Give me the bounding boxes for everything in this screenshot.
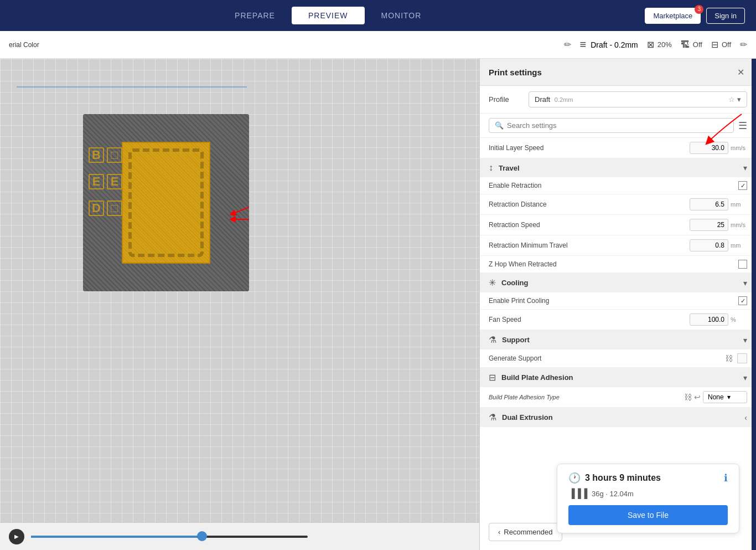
section-header-cooling[interactable]: ✳ Cooling ▾ <box>480 273 756 292</box>
section-header-travel[interactable]: ↕ Travel ▾ <box>480 158 756 177</box>
retraction-speed-unit: mm/s <box>731 222 747 228</box>
retraction-distance-input[interactable] <box>690 198 728 210</box>
adhesion-icon: ⊟ <box>711 39 718 50</box>
bottom-info-panel: 🕐 3 hours 9 minutes ℹ ▐▐▐ 36g · 12.04m S… <box>557 464 739 533</box>
retraction-min-travel-value: mm <box>690 239 747 251</box>
letter-row-2: E E <box>89 174 122 189</box>
print-border-top <box>17 86 247 88</box>
support-chevron-icon: ▾ <box>743 336 747 345</box>
z-hop-label: Z Hop When Retracted <box>489 260 738 268</box>
travel-icon: ↕ <box>489 163 493 173</box>
retraction-distance-label: Retraction Distance <box>489 201 690 208</box>
retraction-speed-input[interactable] <box>690 219 728 231</box>
cooling-section-title: Cooling <box>501 279 738 287</box>
adhesion-display: ⊟ Off <box>711 39 731 50</box>
adhesion-link-icon[interactable]: ⛓ <box>684 393 692 402</box>
link-icon[interactable]: ⛓ <box>725 354 733 363</box>
fan-speed-row: Fan Speed % <box>480 310 756 330</box>
top-navigation: PREPARE PREVIEW MONITOR Marketplace 3 Si… <box>0 0 756 31</box>
adhesion-section-title: Build Plate Adhesion <box>501 373 738 382</box>
infill-icon: ⊠ <box>647 39 654 50</box>
save-to-file-button[interactable]: Save to File <box>568 505 728 525</box>
adhesion-type-dropdown[interactable]: None ▾ <box>703 391 747 403</box>
progress-bar[interactable] <box>31 536 308 538</box>
enable-retraction-label: Enable Retraction <box>489 182 738 189</box>
adhesion-undo-icon[interactable]: ↩ <box>694 393 701 402</box>
adhesion-type-label: Build Plate Adhesion Type <box>489 394 684 400</box>
cooling-chevron-icon: ▾ <box>743 279 747 287</box>
marketplace-badge: 3 <box>695 5 703 14</box>
left-edit-icon[interactable]: ✏ <box>564 39 571 50</box>
play-button[interactable]: ▶ <box>9 529 24 544</box>
section-header-support[interactable]: ⚗ Support ▾ <box>480 330 756 349</box>
support-section-icon: ⚗ <box>489 335 496 345</box>
dual-section-title: Dual Extrusion <box>502 413 739 422</box>
generate-support-label: Generate Support <box>489 354 725 362</box>
generate-support-checkbox[interactable] <box>737 353 747 363</box>
object-letters: B □ E E D □ <box>89 147 122 216</box>
profile-row: Profile Draft 0.2mm ☆ ▾ <box>480 86 756 114</box>
bottom-spacer <box>480 427 756 460</box>
3d-object-container: B □ E E D □ <box>83 114 260 302</box>
fan-speed-input[interactable] <box>690 313 728 326</box>
close-button[interactable]: ✕ <box>734 65 747 79</box>
z-hop-checkbox[interactable] <box>738 260 747 269</box>
initial-layer-speed-label: Initial Layer Speed <box>489 144 690 152</box>
letter-E: □ <box>107 147 122 163</box>
adhesion-value: Off <box>722 40 731 49</box>
toolbar: erial Color ✏ ≡ Draft - 0.2mm ⊠ 20% 🏗 Of… <box>0 31 756 59</box>
dual-chevron-icon: ‹ <box>744 413 747 422</box>
section-header-dual[interactable]: ⚗ Dual Extrusion ‹ <box>480 408 756 427</box>
retraction-distance-value: mm <box>690 198 747 210</box>
search-input[interactable] <box>507 121 728 130</box>
tab-prepare[interactable]: PREPARE <box>218 7 292 24</box>
material-row: ▐▐▐ 36g · 12.04m <box>568 489 728 498</box>
signin-button[interactable]: Sign in <box>706 8 745 24</box>
settings-title: Print settings <box>489 68 542 77</box>
progress-thumb[interactable] <box>197 531 207 541</box>
section-header-adhesion[interactable]: ⊟ Build Plate Adhesion ▾ <box>480 368 756 387</box>
marketplace-button[interactable]: Marketplace 3 <box>645 8 701 24</box>
profile-dropdown-version: 0.2mm <box>555 96 573 103</box>
enable-cooling-checkbox[interactable]: ✓ <box>738 296 747 305</box>
object-inner-yellow <box>122 142 210 264</box>
recommended-button[interactable]: ‹ Recommended <box>489 523 562 541</box>
object-outer: B □ E E D □ <box>83 114 249 291</box>
star-icon[interactable]: ☆ <box>728 95 735 104</box>
menu-icon[interactable]: ☰ <box>738 120 747 132</box>
canvas-area[interactable]: B □ E E D □ <box>0 59 479 550</box>
profile-label: Profile <box>489 95 522 104</box>
infill-display: ⊠ 20% <box>647 39 672 50</box>
vertical-scrollbar[interactable] <box>752 59 756 550</box>
settings-header: Print settings ✕ <box>480 59 756 86</box>
playback-controls: ▶ <box>0 522 479 550</box>
initial-layer-speed-input[interactable] <box>690 142 728 154</box>
tab-preview[interactable]: PREVIEW <box>292 7 365 24</box>
chevron-down-icon: ▾ <box>737 95 741 104</box>
letter-E2: E <box>89 174 104 189</box>
enable-cooling-value: ✓ <box>738 296 747 305</box>
adhesion-dropdown-arrow: ▾ <box>727 393 731 401</box>
enable-retraction-checkbox[interactable]: ✓ <box>738 181 747 190</box>
cooling-icon: ✳ <box>489 277 496 288</box>
retraction-speed-row: Retraction Speed mm/s <box>480 215 756 235</box>
letter-B: B <box>89 147 104 163</box>
retraction-min-travel-row: Retraction Minimum Travel mm <box>480 235 756 256</box>
retraction-min-travel-input[interactable] <box>690 239 728 251</box>
support-section-title: Support <box>502 336 738 344</box>
dual-section-icon: ⚗ <box>489 412 496 423</box>
infill-value: 20% <box>657 40 672 49</box>
progress-fill <box>31 536 197 538</box>
recommended-label: Recommended <box>504 528 552 536</box>
tab-monitor[interactable]: MONITOR <box>365 7 438 24</box>
support-icon: 🏗 <box>681 40 690 50</box>
info-icon[interactable]: ℹ <box>724 472 728 484</box>
profile-dropdown[interactable]: Draft 0.2mm ☆ ▾ <box>529 91 747 107</box>
letter-row-1: B □ <box>89 147 122 163</box>
right-edit-icon[interactable]: ✏ <box>740 39 747 50</box>
travel-section-title: Travel <box>499 164 738 172</box>
retraction-min-travel-label: Retraction Minimum Travel <box>489 241 690 249</box>
initial-layer-speed-unit: mm/s <box>731 145 747 151</box>
retraction-min-travel-unit: mm <box>731 242 747 249</box>
time-row: 🕐 3 hours 9 minutes ℹ <box>568 472 728 484</box>
